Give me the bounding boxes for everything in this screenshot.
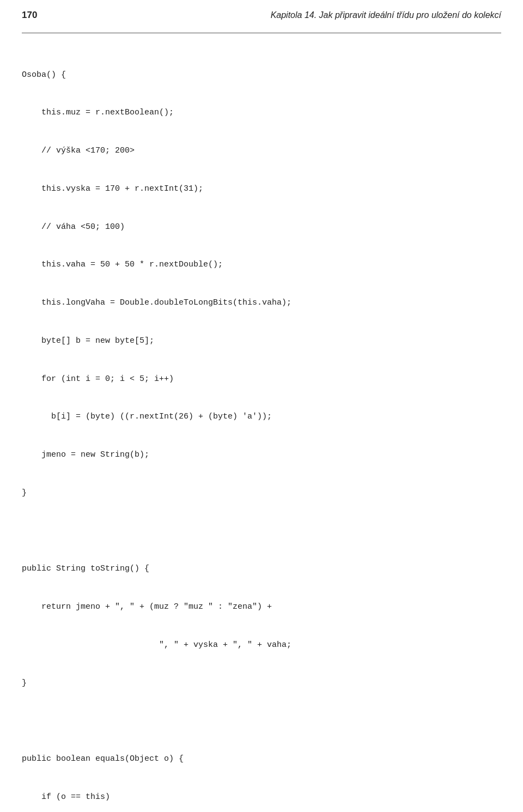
- code-line-18: [22, 714, 501, 727]
- code-line-14: public String toString() {: [22, 562, 501, 575]
- code-line-13: [22, 525, 501, 537]
- code-line-3: // výška <170; 200>: [22, 144, 501, 157]
- code-line-9: for (int i = 0; i < 5; i++): [22, 373, 501, 385]
- page-number: 170: [22, 10, 37, 21]
- code-line-20: if (o == this): [22, 791, 501, 803]
- code-line-12: }: [22, 487, 501, 499]
- code-line-5: // váha <50; 100): [22, 221, 501, 233]
- code-content: Osoba() { this.muz = r.nextBoolean(); //…: [0, 43, 523, 812]
- code-line-11: jmeno = new String(b);: [22, 449, 501, 461]
- page-header: 170 Kapitola 14. Jak připravit ideální t…: [0, 0, 523, 27]
- code-line-4: this.vyska = 170 + r.nextInt(31);: [22, 183, 501, 195]
- chapter-title: Kapitola 14. Jak připravit ideální třídu…: [271, 10, 501, 20]
- code-line-10: b[i] = (byte) ((r.nextInt(26) + (byte) '…: [22, 410, 501, 423]
- code-line-19: public boolean equals(Object o) {: [22, 753, 501, 765]
- code-line-17: }: [22, 677, 501, 689]
- code-line-2: this.muz = r.nextBoolean();: [22, 106, 501, 119]
- page: 170 Kapitola 14. Jak připravit ideální t…: [0, 0, 523, 812]
- code-line-6: this.vaha = 50 + 50 * r.nextDouble();: [22, 258, 501, 271]
- code-line-1: Osoba() {: [22, 69, 501, 81]
- header-divider: [22, 33, 501, 33]
- code-line-15: return jmeno + ", " + (muz ? "muz " : "z…: [22, 601, 501, 613]
- code-line-16: ", " + vyska + ", " + vaha;: [22, 639, 501, 651]
- code-line-7: this.longVaha = Double.doubleToLongBits(…: [22, 296, 501, 309]
- code-line-8: byte[] b = new byte[5];: [22, 335, 501, 347]
